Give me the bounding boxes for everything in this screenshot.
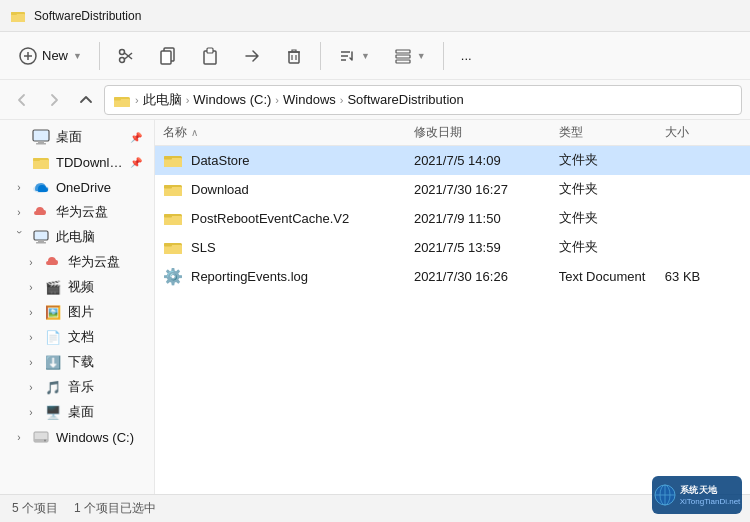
svg-rect-11 [161,51,171,64]
scissors-icon [117,47,135,65]
col-header-name[interactable]: 名称 ∧ [163,124,414,141]
sidebar-desktop-label: 桌面 [56,128,124,146]
svg-rect-50 [164,243,172,247]
svg-rect-14 [289,52,299,63]
table-row[interactable]: SLS 2021/7/5 13:59 文件夹 [155,233,750,262]
table-row[interactable]: Download 2021/7/30 16:27 文件夹 [155,175,750,204]
sidebar-pictures-label: 图片 [68,303,142,321]
sidebar-item-onedrive[interactable]: › OneDrive [4,175,150,199]
watermark-inner: 系统天地 XiTongTianDi.net [648,480,747,510]
svg-rect-2 [11,12,17,15]
sidebar-item-documents[interactable]: › 📄 文档 [4,325,150,349]
folder-icon [163,209,183,227]
sidebar-huawei-sub-label: 华为云盘 [68,253,142,271]
svg-rect-35 [36,242,46,244]
svg-rect-31 [33,158,40,161]
watermark: 系统天地 XiTongTianDi.net [652,476,742,514]
item-count: 5 个项目 [12,500,58,517]
svg-rect-13 [207,48,213,53]
file-name-download: Download [163,180,414,198]
svg-rect-21 [396,55,410,58]
svg-point-7 [119,57,124,62]
svg-rect-22 [396,60,410,63]
title-bar-title: SoftwareDistribution [34,9,141,23]
music-icon: 🎵 [44,378,62,396]
forward-button[interactable] [40,86,68,114]
sidebar-chevron-huawei-sub: › [24,257,38,268]
trash-icon [285,47,303,65]
svg-rect-34 [38,240,44,242]
sidebar-item-music[interactable]: › 🎵 音乐 [4,375,150,399]
sidebar-music-label: 音乐 [68,378,142,396]
svg-rect-1 [11,14,25,22]
sidebar-downloads-label: 下载 [68,353,142,371]
watermark-globe-icon [654,484,676,506]
sidebar-item-video[interactable]: › 🎬 视频 [4,275,150,299]
breadcrumb-drive[interactable]: Windows (C:) [193,92,271,107]
desktop-sub-icon: 🖥️ [44,403,62,421]
more-button[interactable]: ... [450,41,483,70]
sidebar-item-desktop[interactable]: 桌面 📌 [4,125,150,149]
watermark-text: 系统天地 XiTongTianDi.net [680,484,741,506]
sidebar-item-desktop-sub[interactable]: › 🖥️ 桌面 [4,400,150,424]
new-button[interactable]: New ▼ [8,40,93,72]
table-row[interactable]: PostRebootEventCache.V2 2021/7/9 11:50 文… [155,204,750,233]
document-icon: 📄 [44,328,62,346]
delete-button[interactable] [274,40,314,72]
sidebar-video-label: 视频 [68,278,142,296]
drive-icon [32,428,50,446]
sidebar-onedrive-label: OneDrive [56,180,142,195]
breadcrumb-current[interactable]: SoftwareDistribution [347,92,463,107]
svg-point-38 [44,440,46,442]
breadcrumb-sep-2: › [275,94,279,106]
sidebar-item-this-pc[interactable]: › 此电脑 [4,225,150,249]
sidebar-item-pictures[interactable]: › 🖼️ 图片 [4,300,150,324]
sidebar-item-huawei-sub[interactable]: › 华为云盘 [4,250,150,274]
copy-icon [159,47,177,65]
paste-button[interactable] [190,40,230,72]
sidebar: 桌面 📌 TDDownload (V... 📌 › [0,120,155,494]
file-name-log: ⚙️ ReportingEvents.log [163,267,414,286]
sort-button[interactable]: ▼ [327,40,381,72]
breadcrumb-windows[interactable]: Windows [283,92,336,107]
file-type-datastore: 文件夹 [559,151,665,169]
toolbar-divider-3 [443,42,444,70]
huawei-cloud-icon [32,203,50,221]
sidebar-chevron-onedrive: › [12,182,26,193]
table-row[interactable]: ⚙️ ReportingEvents.log 2021/7/30 16:26 T… [155,262,750,292]
sidebar-item-downloads[interactable]: › ⬇️ 下载 [4,350,150,374]
cut-button[interactable] [106,40,146,72]
col-header-size[interactable]: 大小 [665,124,742,141]
breadcrumb-this-pc[interactable]: 此电脑 [143,91,182,109]
huawei-sub-icon [44,253,62,271]
tddownload-icon [32,153,50,171]
view-dropdown-icon: ▼ [417,51,426,61]
view-button[interactable]: ▼ [383,40,437,72]
clipboard-icon [201,47,219,65]
folder-icon [163,151,183,169]
breadcrumb-sep-0: › [135,94,139,106]
onedrive-icon [32,178,50,196]
file-name-datastore: DataStore [163,151,414,169]
share-button[interactable] [232,40,272,72]
file-list-header[interactable]: 名称 ∧ 修改日期 类型 大小 [155,120,750,146]
file-list: 名称 ∧ 修改日期 类型 大小 DataStore [155,120,750,494]
toolbar-divider-1 [99,42,100,70]
file-type-log: Text Document [559,269,665,284]
sidebar-desktop-sub-label: 桌面 [68,403,142,421]
table-row[interactable]: DataStore 2021/7/5 14:09 文件夹 [155,146,750,175]
sidebar-item-huawei-cloud[interactable]: › 华为云盘 [4,200,150,224]
download-icon: ⬇️ [44,353,62,371]
file-date-log: 2021/7/30 16:26 [414,269,559,284]
sidebar-item-tddownload[interactable]: TDDownload (V... 📌 [4,150,150,174]
sidebar-chevron-documents: › [24,332,38,343]
col-header-date[interactable]: 修改日期 [414,124,559,141]
file-type-download: 文件夹 [559,180,665,198]
col-header-type[interactable]: 类型 [559,124,665,141]
sidebar-item-windows-c[interactable]: › Windows (C:) [4,425,150,449]
pc-icon [32,228,50,246]
back-button[interactable] [8,86,36,114]
file-date-download: 2021/7/30 16:27 [414,182,559,197]
copy-button[interactable] [148,40,188,72]
up-button[interactable] [72,86,100,114]
